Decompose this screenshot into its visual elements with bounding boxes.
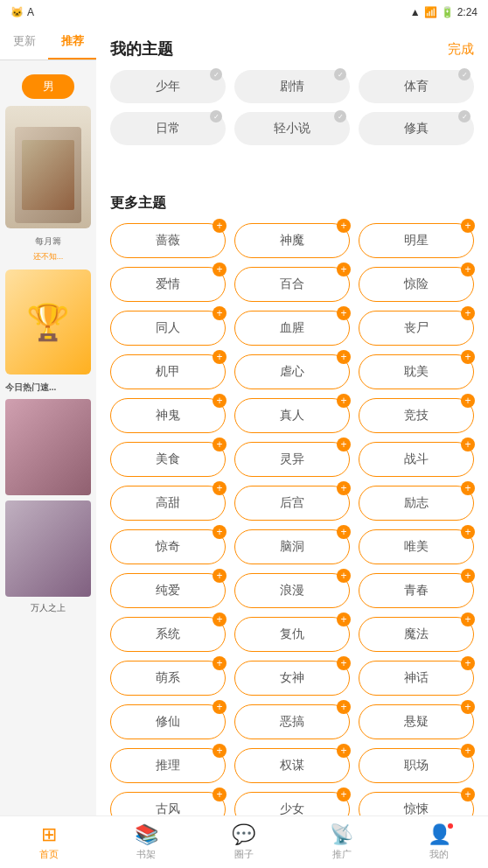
add-icon: + [213, 700, 227, 714]
more-themes-title: 更多主题 [110, 194, 474, 213]
more-themes-grid: 蔷薇+神魔+明星+爱情+百合+惊险+同人+血腥+丧尸+机甲+虐心+耽美+神鬼+真… [110, 223, 474, 868]
my-theme-tag[interactable]: 剧情 [234, 70, 350, 103]
more-theme-tag[interactable]: 丧尸+ [359, 311, 474, 346]
tab-recommend[interactable]: 推荐 [48, 24, 96, 60]
left-panel: 更新 推荐 男 每月籌 还不知... 🏆 今日热门速... 万人之上 [0, 24, 96, 868]
more-theme-tag[interactable]: 竞技+ [359, 398, 474, 433]
more-theme-tag[interactable]: 魔法+ [359, 617, 474, 652]
main-header: 我的主题 完成 [96, 24, 488, 70]
add-icon: + [337, 788, 351, 802]
my-theme-tag[interactable]: 修真 [359, 112, 474, 145]
more-theme-tag[interactable]: 恶搞+ [234, 704, 350, 739]
circle-icon: 💬 [232, 823, 255, 846]
add-icon: + [337, 262, 351, 276]
more-theme-tag[interactable]: 耽美+ [359, 354, 474, 389]
add-icon: + [337, 569, 351, 583]
more-theme-tag[interactable]: 战斗+ [359, 442, 474, 477]
time-display: 2:24 [457, 6, 478, 18]
add-icon: + [337, 612, 351, 626]
tab-update[interactable]: 更新 [0, 24, 48, 60]
more-theme-tag[interactable]: 脑洞+ [234, 529, 350, 564]
more-theme-tag[interactable]: 高甜+ [110, 486, 226, 521]
nav-circle[interactable]: 💬 圈子 [195, 816, 293, 868]
nav-promote[interactable]: 📡 推广 [293, 816, 391, 868]
more-theme-tag[interactable]: 浪漫+ [234, 573, 350, 608]
more-theme-tag[interactable]: 机甲+ [110, 354, 226, 389]
nav-circle-label: 圈子 [234, 848, 254, 861]
add-icon: + [337, 700, 351, 714]
more-theme-tag[interactable]: 权谋+ [234, 748, 350, 783]
add-icon: + [213, 306, 227, 320]
more-theme-tag[interactable]: 同人+ [110, 311, 226, 346]
add-icon: + [337, 394, 351, 408]
more-theme-tag[interactable]: 神话+ [359, 661, 474, 696]
add-icon: + [461, 788, 475, 802]
more-theme-tag[interactable]: 血腥+ [234, 311, 350, 346]
bottom-nav: ⊞ 首页 📚 书架 💬 圈子 📡 推广 👤 我的 [0, 816, 488, 868]
gender-button[interactable]: 男 [22, 74, 74, 99]
more-theme-tag[interactable]: 惊奇+ [110, 529, 226, 564]
more-theme-tag[interactable]: 灵异+ [234, 442, 350, 477]
more-themes-section: 更多主题 蔷薇+神魔+明星+爱情+百合+惊险+同人+血腥+丧尸+机甲+虐心+耽美… [96, 180, 488, 868]
status-bar-right: ▲ 📶 🔋 2:24 [410, 6, 478, 18]
more-theme-tag[interactable]: 女神+ [234, 661, 350, 696]
add-icon: + [213, 350, 227, 364]
add-icon: + [461, 481, 475, 495]
add-icon: + [461, 612, 475, 626]
more-theme-tag[interactable]: 推理+ [110, 748, 226, 783]
my-theme-tag[interactable]: 轻小说 [234, 112, 350, 145]
more-theme-tag[interactable]: 明星+ [359, 223, 474, 258]
more-theme-tag[interactable]: 爱情+ [110, 267, 226, 302]
complete-button[interactable]: 完成 [448, 41, 474, 58]
more-theme-tag[interactable]: 系统+ [110, 617, 226, 652]
my-theme-tag[interactable]: 日常 [110, 112, 226, 145]
more-theme-tag[interactable]: 美食+ [110, 442, 226, 477]
add-icon: + [337, 744, 351, 758]
app-icon: 🐱 [10, 6, 24, 18]
more-theme-tag[interactable]: 虐心+ [234, 354, 350, 389]
more-theme-tag[interactable]: 神魔+ [234, 223, 350, 258]
more-theme-tag[interactable]: 蔷薇+ [110, 223, 226, 258]
my-theme-tag[interactable]: 体育 [359, 70, 474, 103]
add-icon: + [213, 744, 227, 758]
more-theme-tag[interactable]: 励志+ [359, 486, 474, 521]
more-theme-tag[interactable]: 唯美+ [359, 529, 474, 564]
add-icon: + [461, 438, 475, 452]
main-panel: 我的主题 完成 少年剧情体育日常轻小说修真 更多主题 蔷薇+神魔+明星+爱情+百… [96, 24, 488, 868]
signal-icon: 📶 [424, 6, 437, 18]
more-theme-tag[interactable]: 复仇+ [234, 617, 350, 652]
more-theme-tag[interactable]: 神鬼+ [110, 398, 226, 433]
add-icon: + [461, 394, 475, 408]
more-theme-tag[interactable]: 悬疑+ [359, 704, 474, 739]
add-icon: + [213, 262, 227, 276]
promote-icon: 📡 [330, 823, 353, 846]
more-theme-tag[interactable]: 修仙+ [110, 704, 226, 739]
add-icon: + [337, 219, 351, 233]
nav-home[interactable]: ⊞ 首页 [0, 816, 98, 868]
nav-promote-label: 推广 [332, 848, 352, 861]
nav-mine[interactable]: 👤 我的 [390, 816, 488, 868]
more-theme-tag[interactable]: 百合+ [234, 267, 350, 302]
more-theme-tag[interactable]: 后宫+ [234, 486, 350, 521]
more-theme-tag[interactable]: 职场+ [359, 748, 474, 783]
more-theme-tag[interactable]: 真人+ [234, 398, 350, 433]
add-icon: + [461, 350, 475, 364]
add-icon: + [461, 525, 475, 539]
add-icon: + [337, 306, 351, 320]
more-theme-tag[interactable]: 纯爱+ [110, 573, 226, 608]
my-theme-tag[interactable]: 少年 [110, 70, 226, 103]
nav-bookshelf[interactable]: 📚 书架 [98, 816, 196, 868]
add-icon: + [213, 788, 227, 802]
add-icon: + [213, 525, 227, 539]
nav-home-label: 首页 [39, 848, 59, 861]
add-icon: + [461, 744, 475, 758]
add-icon: + [213, 656, 227, 670]
add-icon: + [337, 438, 351, 452]
more-theme-tag[interactable]: 惊险+ [359, 267, 474, 302]
add-icon: + [213, 612, 227, 626]
nav-bookshelf-label: 书架 [136, 848, 156, 861]
more-theme-tag[interactable]: 青春+ [359, 573, 474, 608]
add-icon: + [213, 481, 227, 495]
add-icon: + [337, 481, 351, 495]
more-theme-tag[interactable]: 萌系+ [110, 661, 226, 696]
